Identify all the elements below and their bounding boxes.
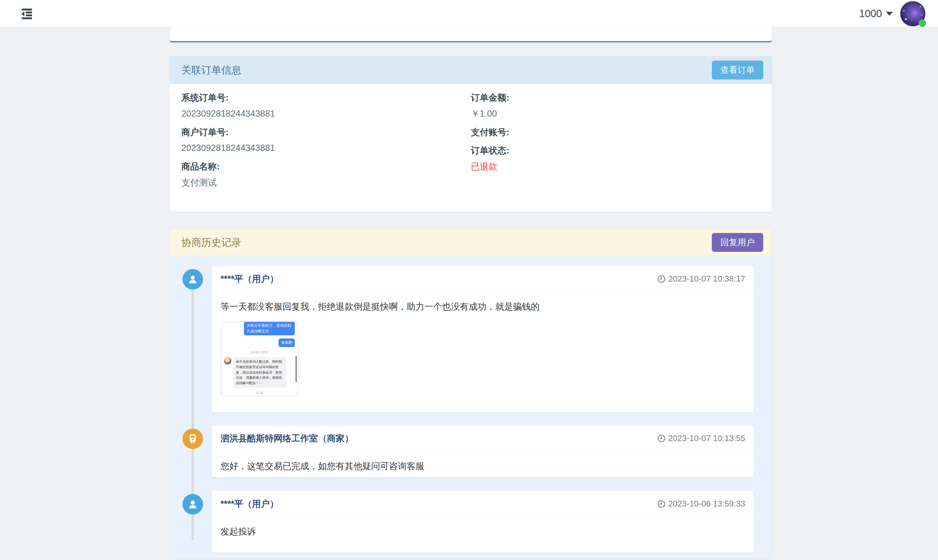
field-order-status: 订单状态: 已退款	[471, 145, 761, 172]
message-card: 泗洪县酷斯特网络工作室（商家） 2023-10-07 10:13:55 您好，这…	[212, 426, 754, 477]
field-merchant-order-no: 商户订单号: 2023092818244343881	[181, 127, 471, 154]
field-label: 商品名称:	[181, 161, 471, 172]
timeline-avatar-merchant	[182, 429, 203, 449]
negotiation-history-panel: 协商历史记录 回复用户	[169, 229, 772, 559]
field-product-name: 商品名称: 支付测试	[181, 161, 471, 188]
clock-icon	[658, 500, 665, 508]
message-card: ****平（用户） 2023-10-07 10:38:17 等一天都没客服回复我…	[212, 266, 754, 412]
message-timestamp: 2023-10-06 13:59:33	[658, 499, 745, 509]
previous-panel-bottom	[169, 27, 772, 42]
user-icon	[187, 274, 199, 285]
chat-time-divider: 10:35	[224, 391, 295, 395]
field-system-order-no: 系统订单号: 2023092818244343881	[181, 92, 471, 120]
message-header: ****平（用户） 2023-10-06 13:59:33	[212, 491, 754, 517]
related-order-panel-header: 关联订单信息 查看订单	[170, 57, 772, 84]
field-label: 订单状态:	[471, 145, 761, 156]
chat-bubble-left: 由于当前咨询人数过多，同时我不确定您是否还在等待我的答复，所以这边先结束会话，若…	[233, 357, 286, 388]
clock-icon	[658, 275, 665, 283]
message-timestamp: 2023-10-07 10:38:17	[658, 274, 745, 283]
field-label: 订单金额:	[471, 92, 761, 103]
timeline-avatar-user	[182, 494, 203, 515]
related-order-panel: 关联订单信息 查看订单 系统订单号: 2023092818244343881 商…	[169, 56, 772, 212]
related-order-panel-title: 关联订单信息	[181, 63, 241, 77]
chat-scrollbar	[296, 355, 297, 382]
sidebar-toggle-icon	[20, 7, 34, 20]
message-author: 泗洪县酷斯特网络工作室（商家）	[220, 432, 353, 445]
field-value: 2023092818244343881	[181, 143, 471, 154]
chat-bubble-right: 大部分不是助力，是他没助力成功啊宝贝	[244, 321, 295, 335]
chat-row-left: 由于当前咨询人数过多，同时我不确定您是否还在等待我的答复，所以这边先结束会话，若…	[224, 357, 295, 388]
online-status-dot	[918, 20, 926, 27]
chat-agent-avatar	[224, 357, 231, 365]
negotiation-panel-header: 协商历史记录 回复用户	[170, 229, 772, 256]
message-text: 发起投诉	[220, 525, 745, 538]
field-value: ￥1.00	[471, 108, 761, 120]
message-card: ****平（用户） 2023-10-06 13:59:33 发起投诉	[212, 491, 754, 552]
message-body: 等一天都没客服回复我，拒绝退款倒是挺快啊，助力一个也没有成功，就是骗钱的 大部分…	[212, 292, 754, 405]
message-body: 您好，这笔交易已完成，如您有其他疑问可咨询客服	[212, 451, 754, 481]
timestamp-text: 2023-10-07 10:38:17	[668, 274, 745, 283]
order-details: 系统订单号: 2023092818244343881 商户订单号: 202309…	[170, 84, 772, 196]
merchant-icon	[187, 433, 199, 445]
negotiation-timeline: ****平（用户） 2023-10-07 10:38:17 等一天都没客服回复我…	[170, 256, 772, 558]
timeline-avatar-user	[182, 269, 203, 289]
message-timestamp: 2023-10-07 10:13:55	[658, 434, 745, 443]
message-text: 您好，这笔交易已完成，如您有其他疑问可咨询客服	[220, 460, 745, 472]
field-payment-account: 支付账号:	[471, 127, 761, 138]
chat-time-divider: 10-06 13:29	[224, 350, 295, 354]
chevron-down-icon	[886, 12, 893, 16]
field-value: 2023092818244343881	[181, 108, 471, 120]
view-order-button[interactable]: 查看订单	[712, 61, 763, 80]
order-details-left-column: 系统订单号: 2023092818244343881 商户订单号: 202309…	[181, 92, 471, 196]
reply-user-button[interactable]: 回复用户	[712, 233, 763, 252]
timestamp-text: 2023-10-07 10:13:55	[668, 434, 745, 443]
message-author: ****平（用户）	[220, 273, 279, 285]
field-value: 支付测试	[181, 177, 471, 188]
order-details-right-column: 订单金额: ￥1.00 支付账号: 订单状态: 已退款	[471, 92, 761, 196]
user-avatar[interactable]	[900, 1, 926, 26]
message-body: 发起投诉	[212, 517, 754, 546]
user-icon	[187, 498, 199, 510]
message-header: ****平（用户） 2023-10-07 10:38:17	[212, 266, 754, 292]
field-label: 商户订单号:	[181, 127, 471, 138]
chat-bubble-right: 来截图	[279, 338, 295, 347]
field-order-amount: 订单金额: ￥1.00	[471, 92, 761, 120]
chat-screenshot-thumbnail[interactable]: 大部分不是助力，是他没助力成功啊宝贝 来截图 10-06 13:29 由于当前咨…	[220, 321, 298, 396]
counter-value: 1000	[859, 8, 882, 20]
order-status-badge: 已退款	[471, 161, 761, 172]
top-navigation-bar: 1000	[0, 0, 938, 27]
timestamp-text: 2023-10-06 13:59:33	[668, 499, 745, 509]
field-label: 系统订单号:	[181, 92, 471, 103]
clock-icon	[658, 434, 665, 443]
message-text: 等一天都没客服回复我，拒绝退款倒是挺快啊，助力一个也没有成功，就是骗钱的	[220, 300, 745, 313]
sidebar-toggle-button[interactable]	[18, 6, 35, 21]
message-author: ****平（用户）	[220, 498, 279, 510]
negotiation-panel-title: 协商历史记录	[181, 236, 241, 249]
message-header: 泗洪县酷斯特网络工作室（商家） 2023-10-07 10:13:55	[212, 426, 754, 451]
counter-dropdown[interactable]: 1000	[859, 8, 893, 20]
field-label: 支付账号:	[471, 127, 761, 138]
